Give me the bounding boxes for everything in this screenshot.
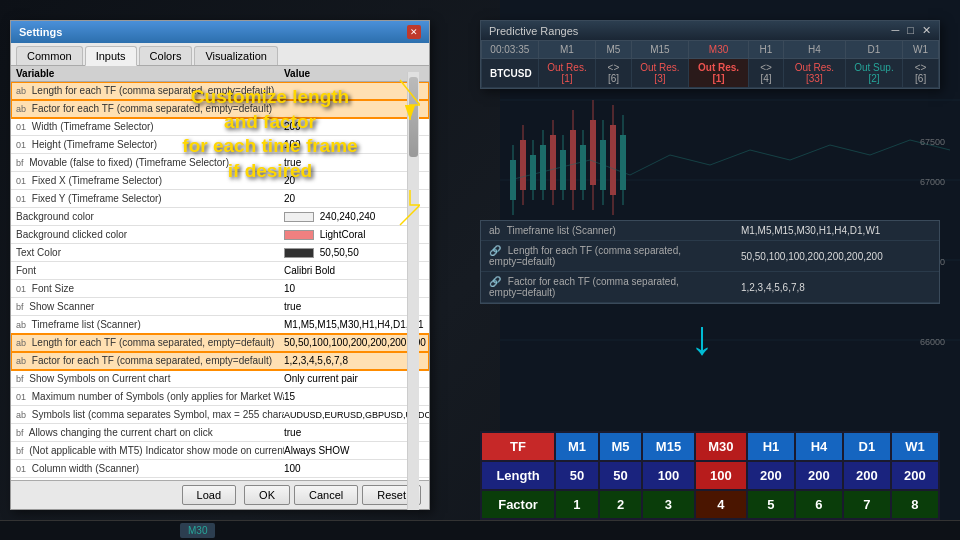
- bottom-header-row: TF M1 M5 M15 M30 H1 H4 D1 W1: [481, 432, 939, 461]
- factor-m15: 3: [642, 490, 694, 519]
- scanner-label-tf: ab Timeframe list (Scanner): [481, 221, 733, 241]
- length-row: Length 50 50 100 100 200 200 200 200: [481, 461, 939, 490]
- th-m30: M30: [695, 432, 747, 461]
- row-variable: bf Allows changing the current chart on …: [16, 427, 284, 438]
- maximize-icon[interactable]: □: [907, 24, 914, 37]
- scanner-row-length: 🔗 Length for each TF (comma separated, e…: [481, 241, 939, 272]
- table-row[interactable]: 01 Maximum number of Symbols (only appli…: [11, 388, 429, 406]
- table-row[interactable]: ab Timeframe list (Scanner) M1,M5,M15,M3…: [11, 316, 429, 334]
- factor-d1: 7: [843, 490, 891, 519]
- tab-visualization[interactable]: Visualization: [194, 46, 278, 65]
- table-row[interactable]: bf Show Symbols on Current chart Only cu…: [11, 370, 429, 388]
- th-m30: M30: [689, 41, 749, 59]
- scanner-panel: ab Timeframe list (Scanner) M1,M5,M15,M3…: [480, 220, 940, 304]
- table-body: ab Length for each TF (comma separated, …: [11, 82, 429, 480]
- row-value: M1,M5,M15,M30,H1,H4,D1,W1: [284, 319, 404, 330]
- length-h1: 200: [747, 461, 795, 490]
- row-variable: ab Length for each TF (comma separated, …: [16, 337, 284, 348]
- table-row[interactable]: bf Allows changing the current chart on …: [11, 424, 429, 442]
- row-icon: bf: [16, 158, 24, 168]
- bottom-data-table: TF M1 M5 M15 M30 H1 H4 D1 W1 Length 50 5…: [480, 431, 940, 520]
- table-row[interactable]: Font Calibri Bold: [11, 262, 429, 280]
- scrollbar-thumb[interactable]: [409, 77, 418, 157]
- length-label: Length: [481, 461, 555, 490]
- table-row[interactable]: 01 Height (Timeframe Selector) 100: [11, 136, 429, 154]
- row-value: 20: [284, 193, 404, 204]
- tab-inputs[interactable]: Inputs: [85, 46, 137, 66]
- table-row[interactable]: bf Movable (false to fixed) (Timeframe S…: [11, 154, 429, 172]
- ticker-cell: BTCUSD: [482, 59, 539, 88]
- cancel-button[interactable]: Cancel: [294, 485, 358, 505]
- svg-text:67000: 67000: [920, 177, 945, 187]
- factor-m30: 4: [695, 490, 747, 519]
- table-row[interactable]: bf Show Scanner true: [11, 298, 429, 316]
- table-row[interactable]: 01 Column width (Scanner) 100: [11, 460, 429, 478]
- length-h4: 200: [795, 461, 843, 490]
- row-icon: bf: [16, 302, 24, 312]
- row-value: LightCoral: [284, 229, 404, 240]
- row-icon: ab: [16, 86, 26, 96]
- dialog-title: Settings: [19, 26, 62, 38]
- length-w1: 200: [891, 461, 939, 490]
- th-h1: H1: [748, 41, 783, 59]
- dialog-tabs: Common Inputs Colors Visualization: [11, 43, 429, 66]
- table-row[interactable]: 01 Width (Timeframe Selector) 200: [11, 118, 429, 136]
- row-icon: bf: [16, 374, 24, 384]
- status-bar: M30: [0, 520, 960, 540]
- table-row[interactable]: ab Length for each TF (comma separated, …: [11, 334, 429, 352]
- close-icon[interactable]: ✕: [922, 24, 931, 37]
- row-variable: ab Factor for each TF (comma separated, …: [16, 355, 284, 366]
- row-variable: 01 Font Size: [16, 283, 284, 294]
- row-value: AUDUSD,EURUSD,GBPUSD,USDCAD,USDCHF,USDJP…: [284, 410, 404, 420]
- load-button[interactable]: Load: [182, 485, 236, 505]
- w1-cell: <> [6]: [903, 59, 939, 88]
- scrollbar[interactable]: [407, 72, 419, 510]
- row-value: Calibri Bold: [284, 265, 404, 276]
- length-m1: 50: [555, 461, 599, 490]
- length-d1: 200: [843, 461, 891, 490]
- table-row[interactable]: ab Length for each TF (comma separated, …: [11, 82, 429, 100]
- table-row[interactable]: Background clicked color LightCoral: [11, 226, 429, 244]
- table-row[interactable]: 01 Fixed X (Timeframe Selector) 20: [11, 172, 429, 190]
- factor-m5: 2: [599, 490, 643, 519]
- table-row[interactable]: ab Factor for each TF (comma separated, …: [11, 100, 429, 118]
- minimize-icon[interactable]: ─: [892, 24, 900, 37]
- tab-common[interactable]: Common: [16, 46, 83, 65]
- scanner-table: ab Timeframe list (Scanner) M1,M5,M15,M3…: [481, 221, 939, 303]
- predictive-header-row: 00:03:35 M1 M5 M15 M30 H1 H4 D1 W1: [482, 41, 939, 59]
- row-value: 20: [284, 175, 404, 186]
- col-variable: Variable: [16, 68, 284, 79]
- row-value: 10: [284, 283, 404, 294]
- predictive-panel: Predictive Ranges ─ □ ✕ 00:03:35 M1 M5 M…: [480, 20, 940, 89]
- scanner-row-factor: 🔗 Factor for each TF (comma separated, e…: [481, 272, 939, 303]
- ok-button[interactable]: OK: [244, 485, 290, 505]
- row-variable: Background clicked color: [16, 229, 284, 240]
- th-w1: W1: [891, 432, 939, 461]
- table-row[interactable]: 01 Fixed Y (Timeframe Selector) 20: [11, 190, 429, 208]
- length-m5: 50: [599, 461, 643, 490]
- row-variable: ab Factor for each TF (comma separated, …: [16, 103, 284, 114]
- tab-colors[interactable]: Colors: [139, 46, 193, 65]
- dialog-titlebar: Settings ✕: [11, 21, 429, 43]
- row-variable: 01 Maximum number of Symbols (only appli…: [16, 391, 284, 402]
- table-row[interactable]: ab Symbols list (comma separates Symbol,…: [11, 406, 429, 424]
- dialog-close-button[interactable]: ✕: [407, 25, 421, 39]
- row-variable: bf Show Symbols on Current chart: [16, 373, 284, 384]
- th-m15: M15: [631, 41, 689, 59]
- link-icon: 🔗: [489, 245, 501, 256]
- table-row[interactable]: Text Color 50,50,50: [11, 244, 429, 262]
- table-row[interactable]: ab Factor for each TF (comma separated, …: [11, 352, 429, 370]
- row-icon: 01: [16, 464, 26, 474]
- color-swatch: [284, 212, 314, 222]
- scanner-value-length: 50,50,100,100,200,200,200,200: [733, 241, 939, 272]
- length-m15: 100: [642, 461, 694, 490]
- svg-text:66000: 66000: [920, 337, 945, 347]
- th-m1: M1: [555, 432, 599, 461]
- table-row[interactable]: Background color 240,240,240: [11, 208, 429, 226]
- table-row[interactable]: bf (Not applicable with MT5) Indicator s…: [11, 442, 429, 460]
- th-h1: H1: [747, 432, 795, 461]
- row-variable: 01 Width (Timeframe Selector): [16, 121, 284, 132]
- length-m30: 100: [695, 461, 747, 490]
- table-row[interactable]: 01 Font Size 10: [11, 280, 429, 298]
- status-timeframe: M30: [180, 523, 215, 538]
